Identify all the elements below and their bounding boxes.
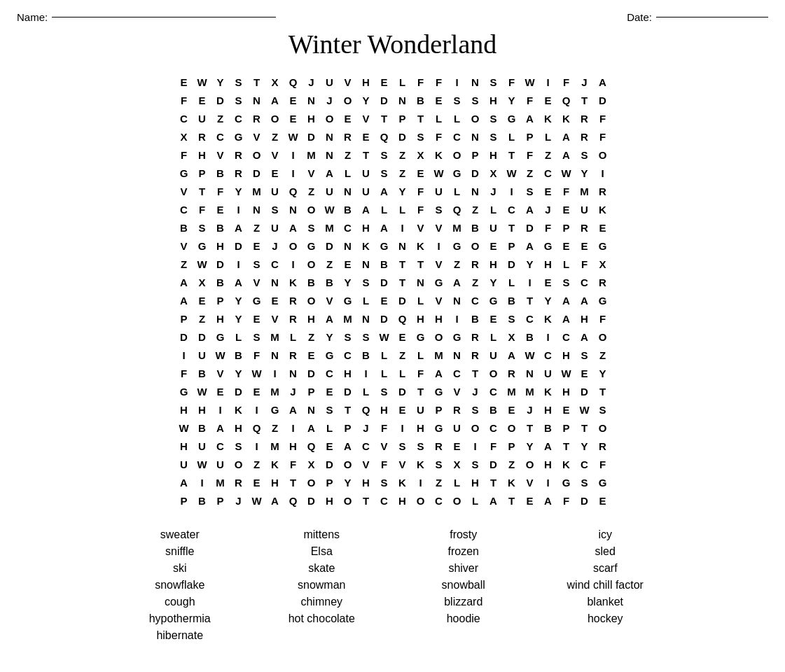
- grid-cell: T: [593, 382, 613, 401]
- grid-cell: D: [393, 382, 412, 401]
- grid-cell: H: [411, 418, 431, 438]
- grid-cell: D: [211, 90, 230, 110]
- grid-cell: T: [502, 218, 522, 237]
- grid-cell: F: [593, 309, 613, 328]
- grid-cell: A: [174, 472, 194, 492]
- grid-cell: O: [265, 108, 285, 128]
- grid-cell: S: [557, 272, 576, 292]
- grid-cell: H: [393, 491, 412, 510]
- word-item: ski: [113, 562, 248, 575]
- grid-cell: I: [211, 400, 230, 419]
- grid-cell: I: [393, 218, 412, 237]
- grid-cell: G: [539, 236, 558, 255]
- grid-cell: E: [447, 436, 467, 456]
- grid-cell: Y: [338, 272, 358, 292]
- grid-cell: L: [284, 327, 303, 346]
- grid-cell: T: [520, 418, 540, 438]
- grid-cell: B: [320, 272, 340, 292]
- grid-cell: L: [393, 72, 412, 92]
- grid-cell: R: [502, 363, 522, 383]
- grid-cell: H: [193, 400, 212, 419]
- grid-cell: S: [484, 108, 503, 128]
- grid-cell: S: [356, 327, 376, 346]
- grid-cell: S: [320, 400, 340, 419]
- grid-cell: G: [211, 327, 230, 346]
- grid-cell: A: [593, 72, 613, 92]
- word-item: snowman: [254, 579, 389, 592]
- grid-cell: R: [247, 108, 267, 128]
- grid-cell: N: [466, 181, 485, 201]
- grid-cell: U: [211, 454, 230, 474]
- grid-cell: O: [338, 491, 358, 510]
- grid-cell: I: [247, 436, 267, 456]
- grid-cell: N: [356, 309, 376, 328]
- grid-cell: A: [520, 108, 540, 128]
- grid-cell: F: [502, 72, 522, 92]
- grid-cell: V: [320, 290, 340, 310]
- grid-cell: H: [338, 363, 358, 383]
- grid-cell: S: [338, 327, 358, 346]
- grid-cell: T: [393, 254, 412, 274]
- grid-cell: S: [375, 382, 394, 401]
- grid-cell: R: [593, 181, 613, 201]
- grid-cell: C: [520, 309, 540, 328]
- grid-cell: C: [484, 418, 503, 438]
- grid-cell: N: [393, 236, 412, 255]
- grid-cell: O: [429, 327, 449, 346]
- word-item: [254, 629, 389, 642]
- grid-cell: A: [557, 145, 576, 164]
- grid-cell: R: [447, 400, 467, 419]
- grid-cell: O: [593, 327, 613, 346]
- grid-cell: W: [575, 400, 595, 419]
- grid-cell: X: [174, 127, 194, 146]
- grid-cell: F: [174, 363, 194, 383]
- grid-cell: O: [520, 454, 540, 474]
- grid-cell: D: [302, 491, 321, 510]
- word-item: Elsa: [254, 545, 389, 558]
- grid-cell: N: [302, 90, 321, 110]
- grid-cell: F: [375, 454, 394, 474]
- grid-cell: Z: [393, 163, 412, 183]
- grid-cell: I: [284, 163, 303, 183]
- grid-cell: E: [575, 236, 595, 255]
- grid-cell: E: [302, 345, 321, 365]
- grid-cell: M: [247, 181, 267, 201]
- grid-cell: I: [539, 327, 558, 346]
- grid-cell: I: [284, 254, 303, 274]
- grid-cell: L: [502, 272, 522, 292]
- grid-cell: T: [356, 491, 376, 510]
- grid-cell: Z: [302, 327, 321, 346]
- grid-cell: M: [338, 309, 358, 328]
- grid-cell: G: [429, 418, 449, 438]
- grid-cell: R: [466, 345, 485, 365]
- grid-cell: S: [411, 436, 431, 456]
- grid-cell: K: [539, 382, 558, 401]
- grid-cell: H: [229, 418, 249, 438]
- grid-cell: Q: [284, 491, 303, 510]
- grid-cell: L: [502, 127, 522, 146]
- grid-cell: L: [429, 108, 449, 128]
- grid-cell: E: [375, 72, 394, 92]
- grid-cell: F: [429, 127, 449, 146]
- word-item: snowball: [396, 579, 532, 592]
- grid-cell: S: [520, 181, 540, 201]
- grid-cell: O: [484, 363, 503, 383]
- grid-cell: J: [229, 491, 249, 510]
- grid-cell: X: [447, 454, 467, 474]
- grid-cell: V: [265, 145, 285, 164]
- grid-cell: Z: [539, 145, 558, 164]
- grid-cell: A: [284, 218, 303, 237]
- grid-cell: I: [284, 418, 303, 438]
- grid-cell: K: [539, 108, 558, 128]
- grid-cell: U: [174, 454, 194, 474]
- grid-cell: E: [593, 218, 613, 237]
- grid-cell: F: [411, 363, 431, 383]
- grid-cell: E: [557, 400, 576, 419]
- grid-cell: L: [447, 108, 467, 128]
- grid-cell: M: [502, 382, 522, 401]
- grid-cell: J: [539, 200, 558, 219]
- grid-cell: D: [229, 236, 249, 255]
- grid-cell: L: [375, 200, 394, 219]
- word-item: blanket: [538, 596, 673, 608]
- grid-cell: M: [211, 472, 230, 492]
